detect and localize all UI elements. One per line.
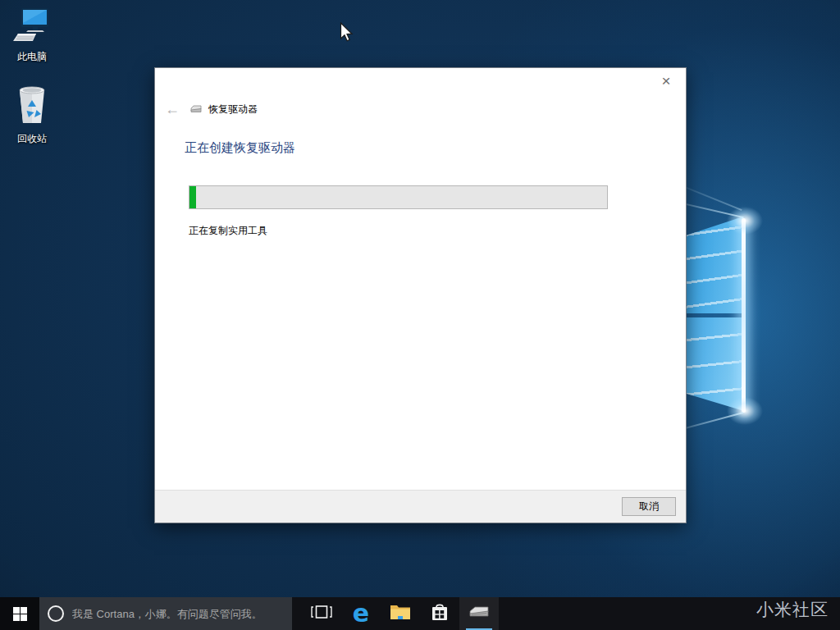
dialog-footer: 取消 (155, 490, 686, 523)
back-arrow-icon: ← (165, 101, 180, 118)
recovery-drive-wizard-window: × ← 恢复驱动器 正在创建恢复驱动器 正在复制实用工具 取消 (154, 67, 687, 523)
recovery-drive-app-button[interactable] (459, 597, 499, 630)
desktop-icon-label: 此电脑 (5, 50, 59, 64)
close-icon: × (661, 72, 670, 90)
desktop-icon-label: 回收站 (5, 132, 59, 146)
this-pc-icon (5, 7, 59, 48)
windows-logo-icon (13, 607, 27, 621)
xiaomi-community-watermark: 小米社区 (756, 598, 829, 621)
search-input[interactable] (64, 597, 292, 630)
recovery-drive-icon (189, 104, 203, 114)
recovery-drive-taskbar-icon (468, 604, 491, 623)
task-view-icon (311, 604, 332, 623)
cancel-button[interactable]: 取消 (622, 497, 676, 516)
dialog-app-title: 恢复驱动器 (208, 103, 258, 116)
desktop-icon-this-pc[interactable]: 此电脑 (5, 7, 59, 64)
back-button[interactable]: ← (162, 99, 183, 119)
dialog-nav-row: ← 恢复驱动器 (162, 99, 258, 119)
desktop-icon-recycle-bin[interactable]: 回收站 (5, 84, 59, 146)
wizard-heading: 正在创建恢复驱动器 (185, 140, 295, 156)
progress-status-text: 正在复制实用工具 (189, 224, 267, 238)
taskbar: e (0, 597, 840, 630)
cortana-search-box[interactable] (39, 597, 292, 630)
store-icon (430, 602, 450, 625)
file-explorer-icon (390, 603, 411, 624)
edge-button[interactable]: e (341, 597, 381, 630)
start-button[interactable] (0, 597, 39, 630)
store-button[interactable] (420, 597, 459, 630)
task-view-button[interactable] (302, 597, 341, 630)
close-button[interactable]: × (650, 70, 682, 93)
edge-icon: e (353, 601, 369, 626)
file-explorer-button[interactable] (381, 597, 420, 630)
progress-bar (189, 185, 608, 209)
cortana-icon (48, 605, 64, 622)
progress-fill (189, 186, 196, 208)
dialog-titlebar[interactable]: × (155, 68, 686, 93)
recycle-bin-icon (5, 84, 59, 130)
